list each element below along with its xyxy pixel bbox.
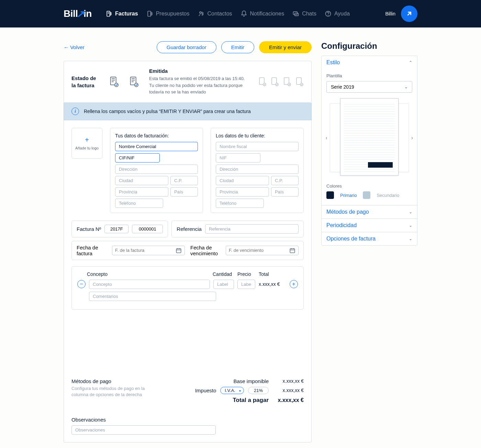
info-banner-text: Rellena los campos vacíos y pulsa “EMITI… — [84, 109, 251, 114]
invoice-card: + Añade tu logo Tus datos de facturación… — [64, 120, 312, 443]
state-icon — [271, 77, 279, 87]
line-total: x.xxx,xx € — [259, 281, 286, 287]
state-icon — [258, 77, 267, 87]
brand-logo: Bill↗in — [64, 8, 92, 20]
back-link[interactable]: ← Volver — [64, 44, 85, 50]
info-banner: i Rellena los campos vacíos y pulsa “EMI… — [64, 103, 312, 120]
nav-notificaciones[interactable]: Notificaciones — [240, 10, 284, 17]
concept-row: − x.xxx,xx € + — [77, 280, 298, 289]
client-phone-input[interactable] — [216, 199, 264, 208]
concepts-table: Concepto Cantidad Precio Total − x.xxx,x… — [71, 266, 304, 310]
nav-presupuestos[interactable]: Presupuestos — [146, 10, 190, 17]
svg-rect-5 — [148, 11, 150, 16]
secondary-color-swatch[interactable] — [363, 191, 370, 199]
template-select[interactable]: Serie 2019 ⌄ — [326, 81, 412, 93]
invoice-number-input[interactable] — [132, 225, 163, 233]
base-label: Base imponible — [233, 378, 269, 384]
state-icon — [295, 77, 304, 87]
col-concept: Concepto — [87, 271, 209, 277]
comment-input[interactable] — [89, 292, 216, 301]
client-address-input[interactable] — [216, 165, 299, 174]
reference-label: Referencia — [177, 226, 202, 232]
observations-input[interactable] — [71, 425, 216, 435]
invoice-state-icon — [109, 76, 119, 87]
template-value: Serie 2019 — [331, 84, 354, 90]
client-province-input[interactable] — [216, 187, 269, 197]
save-draft-button[interactable]: Guardar borrador — [157, 41, 216, 53]
carousel-prev[interactable]: ‹ — [324, 133, 329, 143]
remove-line-button[interactable]: − — [77, 280, 86, 288]
state-icon — [283, 77, 291, 87]
due-date-label: Fecha de vencimiento — [190, 245, 222, 256]
nav-ayuda[interactable]: Ayuda — [325, 10, 350, 17]
client-city-input[interactable] — [216, 176, 269, 185]
emit-send-button[interactable]: Emitir y enviar — [259, 41, 312, 53]
client-taxid-input[interactable] — [216, 153, 260, 163]
invoice-date-input[interactable] — [115, 248, 173, 253]
invoice-series-input[interactable] — [104, 225, 128, 233]
config-panel: Estilo ⌃ Plantilla Serie 2019 ⌄ ‹ › — [321, 56, 417, 246]
due-date-input[interactable] — [229, 248, 287, 253]
payment-methods-info: Métodos de pago Configura tus métodos de… — [71, 378, 161, 406]
your-name-input[interactable] — [115, 142, 198, 151]
concept-input[interactable] — [89, 280, 210, 289]
svg-point-8 — [200, 12, 201, 13]
your-address-input[interactable] — [115, 165, 198, 174]
nav-contactos[interactable]: Contactos — [198, 10, 232, 17]
config-section-payment[interactable]: Métodos de pago ⌄ — [322, 205, 417, 219]
status-title: Estado de la factura — [71, 75, 99, 89]
logo-upload[interactable]: + Añade tu logo — [71, 128, 102, 159]
totals-block: Base imponible x.xxx,xx € Impuesto I.V.A… — [175, 378, 304, 406]
info-icon: i — [71, 108, 79, 115]
chevron-down-icon: ⌄ — [409, 210, 412, 214]
client-zip-input[interactable] — [271, 176, 299, 185]
user-name: Billin — [385, 11, 395, 16]
add-line-button[interactable]: + — [290, 280, 298, 288]
carousel-next[interactable]: › — [409, 133, 415, 143]
svg-rect-34 — [176, 248, 181, 253]
config-section-style[interactable]: Estilo ⌃ — [322, 56, 417, 69]
chat-icon — [292, 10, 299, 17]
nav-facturas[interactable]: Facturas — [105, 10, 138, 17]
user-avatar[interactable] — [401, 5, 417, 22]
config-title: Configuración — [321, 41, 417, 51]
invoice-date-input-wrap[interactable] — [112, 246, 185, 255]
config-section-options[interactable]: Opciones de factura ⌄ — [322, 232, 417, 245]
client-country-input[interactable] — [271, 187, 299, 197]
col-qty: Cantidad — [213, 271, 234, 277]
primary-color-swatch[interactable] — [326, 191, 334, 199]
your-taxid-input[interactable] — [115, 153, 160, 163]
your-phone-input[interactable] — [115, 199, 163, 208]
invoice-state-icon-current — [129, 76, 139, 87]
contacts-icon — [198, 10, 205, 17]
tax-pct[interactable]: 21% — [248, 387, 269, 394]
help-icon — [325, 10, 332, 17]
nav-label: Facturas — [115, 11, 138, 17]
your-city-input[interactable] — [115, 176, 168, 185]
client-billing-data: Los datos de tu cliente: — [211, 128, 304, 213]
due-date-input-wrap[interactable] — [226, 246, 299, 255]
reference-input[interactable] — [205, 224, 299, 234]
nav-label: Chats — [302, 11, 316, 17]
qty-input[interactable] — [213, 280, 234, 289]
invoice-status-box: Estado de la factura Emitida Esta factur… — [64, 61, 312, 103]
colors-row: Primario Secundario — [326, 191, 412, 199]
invoice-date-label: Fecha de factura — [77, 245, 109, 256]
nav-label: Contactos — [208, 11, 232, 17]
status-state-title: Emitida — [149, 68, 248, 74]
calendar-icon — [176, 247, 182, 254]
your-zip-input[interactable] — [170, 176, 198, 185]
price-input[interactable] — [237, 280, 255, 289]
client-name-input[interactable] — [216, 142, 299, 151]
dates-box: Fecha de factura Fecha de vencimiento — [71, 241, 304, 260]
template-preview-current[interactable] — [340, 98, 399, 176]
your-province-input[interactable] — [115, 187, 168, 197]
tax-type-select[interactable]: I.V.A. ▾ — [220, 387, 244, 394]
user-area: Billin — [385, 5, 417, 22]
your-country-input[interactable] — [170, 187, 198, 197]
nav-label: Presupuestos — [156, 11, 190, 17]
config-section-periodicity[interactable]: Periodicidad ⌄ — [322, 219, 417, 232]
emit-button[interactable]: Emitir — [221, 41, 254, 53]
nav-chats[interactable]: Chats — [292, 10, 316, 17]
config-payment-label: Métodos de pago — [326, 209, 369, 215]
